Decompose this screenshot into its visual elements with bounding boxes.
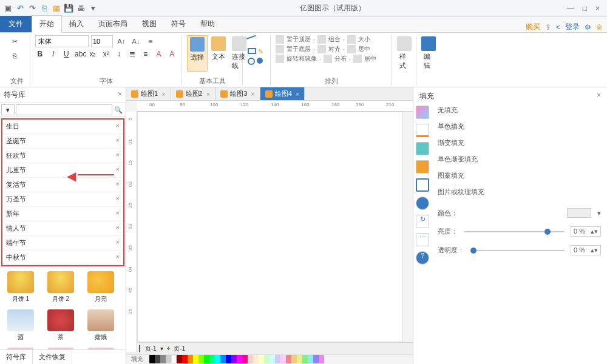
tab-help[interactable]: 帮助 — [193, 16, 222, 32]
cat-item[interactable]: 复活节× — [2, 178, 123, 192]
send-back[interactable]: 置于底层·对齐·居中 — [276, 45, 387, 53]
bullets-icon[interactable]: ≡ — [144, 35, 157, 47]
dot-icon[interactable] — [257, 58, 263, 64]
line-icon[interactable] — [246, 35, 259, 48]
font-select[interactable] — [35, 35, 89, 47]
tab-view[interactable]: 视图 — [135, 16, 164, 32]
cat-item[interactable]: 新年× — [2, 207, 123, 221]
doc-tab[interactable]: 绘图3× — [215, 87, 260, 100]
fill-solid[interactable]: 单色填充 — [438, 121, 601, 132]
symlib-search-input[interactable] — [16, 104, 112, 115]
symbol-item[interactable]: 嫦娥 — [84, 309, 118, 342]
cat-item[interactable]: 端午节× — [2, 236, 123, 251]
login-link[interactable]: 登录 — [565, 22, 580, 32]
fill-texture[interactable]: 图片或纹理填充 — [438, 187, 601, 197]
spacing-icon[interactable]: ↕ — [115, 50, 124, 58]
foot-recover[interactable]: 文件恢复 — [33, 350, 72, 364]
bring-front[interactable]: 置于顶层·组合·大小 — [276, 35, 387, 44]
bold-button[interactable]: B — [35, 50, 45, 58]
align-icon[interactable]: ≡ — [141, 50, 151, 58]
fill-gradient[interactable]: 渐变填充 — [438, 138, 601, 148]
rect-icon[interactable] — [248, 48, 256, 54]
opacity-value[interactable]: 0 %▴▾ — [571, 245, 601, 255]
copy-icon[interactable]: ⎘ — [39, 3, 50, 14]
text-tool[interactable]: 文本 — [209, 35, 228, 72]
grow-font-icon[interactable]: A↑ — [115, 35, 127, 47]
pencil-icon[interactable]: ✎ — [258, 48, 263, 56]
close-button[interactable]: × — [595, 4, 600, 13]
shrink-font-icon[interactable]: A↓ — [130, 35, 142, 47]
minimize-button[interactable]: — — [567, 4, 574, 13]
style-button[interactable]: 样式 — [397, 35, 411, 72]
search-icon[interactable]: 🔍 — [112, 104, 124, 115]
cloud-icon[interactable]: < — [556, 23, 560, 32]
save-icon[interactable]: 💾 — [63, 3, 74, 14]
fill-tool-8[interactable]: ⋯ — [416, 233, 429, 246]
select-tool[interactable]: 选择 — [187, 35, 208, 72]
tab-insert[interactable]: 插入 — [62, 16, 91, 32]
fill-none[interactable]: 无填充 — [438, 105, 601, 115]
rotate[interactable]: 旋转和镜像·分布·居中 — [276, 55, 387, 63]
fill-tool-5[interactable] — [416, 178, 429, 192]
list-icon[interactable]: ≣ — [127, 50, 137, 58]
symbol-item[interactable]: 月饼 2 — [44, 271, 78, 303]
sub-button[interactable]: x₂ — [88, 50, 98, 58]
brightness-slider[interactable] — [464, 231, 565, 232]
symlib-category-dd[interactable]: ▾ — [1, 104, 15, 115]
share-icon[interactable]: ⇪ — [545, 23, 551, 32]
folder-icon[interactable]: ▣ — [2, 3, 13, 14]
canvas[interactable] — [137, 112, 403, 342]
redo-icon[interactable]: ↷ — [27, 3, 38, 14]
apps-icon[interactable]: ※ — [596, 23, 602, 32]
undo-icon[interactable]: ↶ — [15, 3, 25, 14]
add-page[interactable]: + — [167, 345, 171, 352]
fill-pattern[interactable]: 图案填充 — [438, 170, 601, 181]
symbol-item[interactable]: 月亮 — [84, 271, 118, 303]
fill-tool-2[interactable] — [416, 124, 429, 137]
symbol-item[interactable]: 酒 — [4, 309, 38, 342]
cat-item[interactable]: 圣诞节× — [2, 134, 123, 149]
edit-button[interactable]: 编辑 — [421, 35, 436, 72]
foot-symlib[interactable]: 符号库 — [0, 350, 33, 364]
buy-link[interactable]: 购买 — [526, 22, 540, 32]
fill-tool-6[interactable] — [416, 197, 429, 210]
fill-tool-9[interactable]: ? — [416, 251, 429, 265]
fill-tool-3[interactable] — [416, 142, 429, 155]
settings-icon[interactable]: ⚙ — [585, 23, 591, 32]
page-label[interactable]: 页-1 — [145, 345, 157, 353]
highlight-icon[interactable]: A — [154, 50, 164, 58]
color-swatch[interactable] — [567, 208, 591, 218]
copy-icon[interactable]: ⎘ — [8, 50, 21, 62]
symbol-item[interactable]: 茶 — [44, 309, 78, 342]
color-palette[interactable]: 填充 — [126, 354, 413, 364]
tab-layout[interactable]: 页面布局 — [91, 16, 135, 32]
fill-close[interactable]: × — [597, 91, 601, 101]
more-icon[interactable]: ▾ — [87, 3, 98, 14]
tab-home[interactable]: 开始 — [32, 15, 62, 33]
fontcolor-icon[interactable]: A — [167, 50, 177, 58]
symbol-item[interactable]: 月饼 1 — [4, 271, 38, 303]
strike-button[interactable]: abc — [75, 50, 84, 58]
size-select[interactable] — [91, 35, 113, 47]
circle-icon[interactable] — [248, 58, 255, 65]
print-icon[interactable]: 🖶 — [75, 3, 86, 14]
doc-tab[interactable]: 绘图1× — [126, 87, 171, 100]
cat-item[interactable]: 万圣节× — [2, 192, 123, 207]
cat-item[interactable]: 中秋节× — [2, 251, 123, 265]
fill-tool-4[interactable] — [416, 160, 429, 174]
brightness-value[interactable]: 0 %▴▾ — [571, 226, 601, 237]
tab-symbol[interactable]: 符号 — [164, 16, 193, 32]
italic-button[interactable]: I — [49, 50, 58, 58]
sup-button[interactable]: x² — [101, 50, 111, 58]
cat-item[interactable]: 狂欢节× — [2, 149, 123, 163]
file-tab[interactable]: 文件 — [0, 16, 32, 32]
symlib-close[interactable]: × — [118, 90, 122, 100]
paste-icon[interactable]: ▦ — [51, 3, 62, 14]
doc-tab[interactable]: 绘图4× — [260, 87, 305, 100]
maximize-button[interactable]: □ — [583, 4, 587, 13]
cat-item[interactable]: 儿童节× — [2, 163, 123, 178]
doc-tab[interactable]: 绘图2× — [171, 87, 216, 100]
cat-item[interactable]: 生日× — [2, 120, 123, 134]
underline-button[interactable]: U — [61, 50, 71, 58]
fill-mono-grad[interactable]: 单色渐变填充 — [438, 154, 601, 164]
